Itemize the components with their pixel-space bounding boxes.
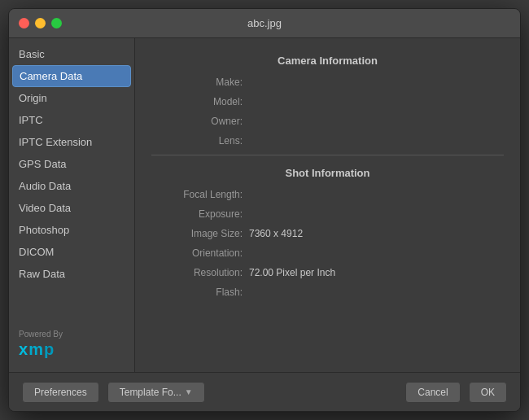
sidebar-item-gps-data[interactable]: GPS Data — [9, 153, 134, 175]
camera-section-title: Camera Information — [151, 55, 504, 67]
image-size-label: Image Size: — [151, 228, 249, 239]
minimize-button[interactable] — [35, 18, 46, 28]
sidebar-item-camera-data[interactable]: Camera Data — [12, 65, 131, 87]
section-divider — [151, 155, 504, 155]
window-title: abc.jpg — [247, 17, 282, 29]
sidebar-footer: Powered By xmp — [9, 322, 134, 367]
sidebar-item-photoshop[interactable]: Photoshop — [9, 219, 134, 241]
sidebar-item-video-data[interactable]: Video Data — [9, 197, 134, 219]
orientation-label: Orientation: — [151, 247, 249, 259]
sidebar-item-iptc[interactable]: IPTC — [9, 109, 134, 131]
ok-button[interactable]: OK — [469, 382, 507, 403]
shot-section-title: Shot Information — [151, 167, 504, 179]
focal-length-label: Focal Length: — [151, 189, 249, 200]
sidebar-item-origin[interactable]: Origin — [9, 87, 134, 109]
footer-right: Cancel OK — [405, 382, 507, 403]
camera-lens-label: Lens: — [151, 135, 249, 147]
focal-length-row: Focal Length: — [151, 189, 504, 200]
sidebar: Basic Camera Data Origin IPTC IPTC Exten… — [9, 38, 135, 372]
exposure-row: Exposure: — [151, 208, 504, 220]
main-panel: Camera Information Make: Model: Owner: L… — [135, 38, 520, 372]
sidebar-item-iptc-extension[interactable]: IPTC Extension — [9, 131, 134, 153]
resolution-label: Resolution: — [151, 267, 249, 278]
sidebar-item-basic[interactable]: Basic — [9, 43, 134, 65]
camera-make-label: Make: — [151, 77, 249, 88]
camera-owner-label: Owner: — [151, 116, 249, 127]
close-button[interactable] — [19, 18, 29, 28]
camera-owner-row: Owner: — [151, 116, 504, 127]
camera-model-row: Model: — [151, 96, 504, 107]
camera-make-row: Make: — [151, 77, 504, 88]
flash-row: Flash: — [151, 287, 504, 298]
titlebar: abc.jpg — [9, 9, 520, 38]
image-size-value: 7360 x 4912 — [249, 228, 303, 239]
xmp-logo: xmp — [19, 340, 55, 359]
camera-lens-row: Lens: — [151, 135, 504, 147]
main-window: abc.jpg Basic Camera Data Origin IPTC IP… — [8, 8, 521, 412]
template-label: Template Fo... — [120, 387, 181, 398]
chevron-down-icon: ▼ — [185, 387, 193, 396]
traffic-lights — [19, 18, 62, 28]
powered-by-text: Powered By — [19, 330, 63, 339]
template-button[interactable]: Template Fo... ▼ — [107, 382, 205, 403]
resolution-row: Resolution: 72.00 Pixel per Inch — [151, 267, 504, 278]
preferences-button[interactable]: Preferences — [22, 382, 99, 403]
sidebar-item-raw-data[interactable]: Raw Data — [9, 263, 134, 285]
cancel-button[interactable]: Cancel — [405, 382, 460, 403]
sidebar-item-audio-data[interactable]: Audio Data — [9, 175, 134, 197]
exposure-label: Exposure: — [151, 208, 249, 220]
resolution-value: 72.00 Pixel per Inch — [249, 267, 335, 278]
orientation-row: Orientation: — [151, 247, 504, 259]
image-size-row: Image Size: 7360 x 4912 — [151, 228, 504, 239]
maximize-button[interactable] — [51, 18, 62, 28]
footer: Preferences Template Fo... ▼ Cancel OK — [9, 372, 520, 411]
camera-model-label: Model: — [151, 96, 249, 107]
sidebar-item-dicom[interactable]: DICOM — [9, 241, 134, 263]
flash-label: Flash: — [151, 287, 249, 298]
content-area: Basic Camera Data Origin IPTC IPTC Exten… — [9, 38, 520, 372]
